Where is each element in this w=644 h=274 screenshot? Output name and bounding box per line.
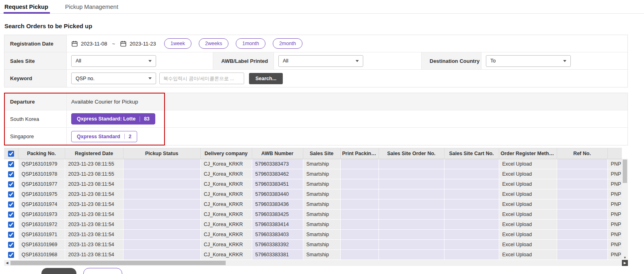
courier-button-qxpress-standard[interactable]: Qxpress Standard2: [71, 131, 137, 142]
date-to-picker[interactable]: 2023-11-23: [120, 40, 156, 47]
quick-range-2month-button[interactable]: 2month: [273, 38, 302, 49]
cell-ref-no: [557, 199, 607, 210]
cell-blank: PNP: [607, 179, 622, 189]
awb-label-printed-label: AWB/Label Printed: [213, 52, 274, 69]
page-title: Search Orders to be Picked up: [4, 23, 644, 29]
cell-sales-site-cart-no: [444, 250, 499, 260]
date-from-value: 2023-11-08: [81, 41, 107, 47]
cell-sales-site-order-no: [379, 210, 444, 220]
calendar-icon: [120, 40, 127, 47]
row-checkbox[interactable]: [8, 212, 14, 218]
row-checkbox[interactable]: [8, 232, 14, 238]
cell-pickup-status: [123, 210, 200, 220]
orders-grid: Packing No.Registered DatePickup StatusD…: [4, 148, 628, 260]
courier-cell: Qxpress Standard2: [67, 128, 137, 145]
chevron-down-icon: [563, 60, 566, 62]
cell-blank: PNP: [607, 159, 622, 169]
vertical-scrollbar[interactable]: ▼: [622, 159, 628, 260]
cell-registered-date: 2023-11-23 08:11:54: [65, 230, 123, 240]
horizontal-scrollbar-thumb[interactable]: [10, 261, 226, 265]
cell-delivery-company: CJ_Korea_KRKR: [200, 159, 252, 169]
cell-registered-date: 2023-11-23 08:11:55: [65, 159, 123, 169]
quick-range-1month-button[interactable]: 1month: [236, 38, 265, 49]
row-checkbox[interactable]: [8, 191, 14, 197]
courier-button-qxpress-standard-lotte[interactable]: Qxpress Standard: Lotte83: [71, 113, 155, 125]
sales-site-field: All: [67, 52, 213, 69]
cell-ref-no: [557, 230, 607, 240]
cutoff-action-button-1[interactable]: [41, 268, 76, 274]
registration-date-label: Registration Date: [4, 35, 67, 52]
cutoff-action-button-2[interactable]: [83, 268, 122, 274]
table-row: QSP1631019692023-11-23 08:11:54CJ_Korea_…: [4, 240, 622, 250]
cell-order-register-method: Excel Upload: [499, 220, 557, 230]
cell-print-packing: [340, 199, 379, 210]
cell-delivery-company: CJ_Korea_KRKR: [200, 169, 252, 179]
select-all-checkbox[interactable]: [8, 151, 14, 157]
row-select-cell: [4, 189, 18, 199]
date-to-value: 2023-11-23: [130, 41, 156, 47]
cell-awb-number: 579603383403: [252, 230, 303, 240]
cell-registered-date: 2023-11-23 08:11:55: [65, 169, 123, 179]
cell-sales-site: Smartship: [303, 159, 340, 169]
scroll-left-arrow-icon[interactable]: ◀: [4, 260, 10, 266]
search-button[interactable]: Search...: [249, 73, 283, 84]
cell-pickup-status: [123, 189, 200, 199]
cell-blank: PNP: [607, 250, 622, 260]
cell-awb-number: 579603383381: [252, 250, 303, 260]
column-header-print-packing: Print Packing …: [340, 148, 379, 159]
cell-awb-number: 579603383414: [252, 220, 303, 230]
quick-range-2weeks-button[interactable]: 2weeks: [199, 38, 228, 49]
cell-print-packing: [340, 179, 379, 189]
keyword-input[interactable]: [159, 73, 244, 84]
cell-sales-site-order-no: [379, 230, 444, 240]
scroll-down-arrow-icon[interactable]: ▼: [622, 256, 628, 259]
row-checkbox[interactable]: [8, 242, 14, 248]
courier-count: 83: [144, 116, 150, 122]
departure-row-south-korea: South KoreaQxpress Standard: Lotte83: [4, 110, 628, 128]
tab-request-pickup[interactable]: Request Pickup: [4, 0, 48, 13]
awb-label-printed-select[interactable]: All: [278, 55, 363, 67]
tab-pickup-management[interactable]: Pickup Management: [65, 0, 118, 13]
cell-registered-date: 2023-11-23 08:11:54: [65, 250, 123, 260]
keyword-type-select[interactable]: QSP no.: [71, 73, 156, 84]
row-checkbox[interactable]: [8, 201, 14, 208]
table-row: QSP1631019732023-11-23 08:11:54CJ_Korea_…: [4, 210, 622, 220]
table-row: QSP1631019772023-11-23 08:11:54CJ_Korea_…: [4, 179, 622, 189]
sales-site-select[interactable]: All: [71, 55, 156, 67]
cell-sales-site: Smartship: [303, 230, 340, 240]
tab-bar: Request PickupPickup Management: [0, 0, 644, 14]
cell-sales-site-order-no: [379, 179, 444, 189]
row-checkbox[interactable]: [8, 161, 14, 167]
cell-print-packing: [340, 250, 379, 260]
cell-pickup-status: [123, 240, 200, 250]
vertical-scrollbar-thumb[interactable]: [623, 160, 627, 183]
cell-print-packing: [340, 210, 379, 220]
quick-range-1week-button[interactable]: 1week: [164, 38, 191, 49]
horizontal-scrollbar[interactable]: ◀ ▶: [4, 260, 628, 266]
cell-order-register-method: Excel Upload: [499, 250, 557, 260]
row-checkbox[interactable]: [8, 252, 14, 258]
date-from-picker[interactable]: 2023-11-08: [71, 40, 107, 47]
row-checkbox[interactable]: [8, 222, 14, 228]
row-checkbox[interactable]: [8, 181, 14, 187]
filter-row-sales-site: Sales Site All AWB/Label Printed All Des…: [4, 52, 628, 70]
cell-sales-site: Smartship: [303, 189, 340, 199]
cell-delivery-company: CJ_Korea_KRKR: [200, 210, 252, 220]
column-header-pickup-status: Pickup Status: [123, 148, 200, 159]
courier-cell: Qxpress Standard: Lotte83: [67, 110, 155, 127]
row-checkbox[interactable]: [8, 171, 14, 177]
table-row: QSP1631019712023-11-23 08:11:54CJ_Korea_…: [4, 230, 622, 240]
destination-country-selected-value: To: [490, 58, 496, 64]
cell-sales-site-cart-no: [444, 230, 499, 240]
cell-sales-site-cart-no: [444, 199, 499, 210]
cell-print-packing: [340, 159, 379, 169]
cell-ref-no: [557, 250, 607, 260]
scroll-right-arrow-icon[interactable]: ▶: [622, 260, 628, 266]
cell-order-register-method: Excel Upload: [499, 169, 557, 179]
cell-print-packing: [340, 169, 379, 179]
column-header-registered-date: Registered Date: [65, 148, 123, 159]
cell-packing-no: QSP163101969: [18, 240, 65, 250]
chevron-down-icon: [356, 60, 359, 62]
destination-country-select[interactable]: To: [486, 55, 571, 67]
cell-sales-site-cart-no: [444, 240, 499, 250]
